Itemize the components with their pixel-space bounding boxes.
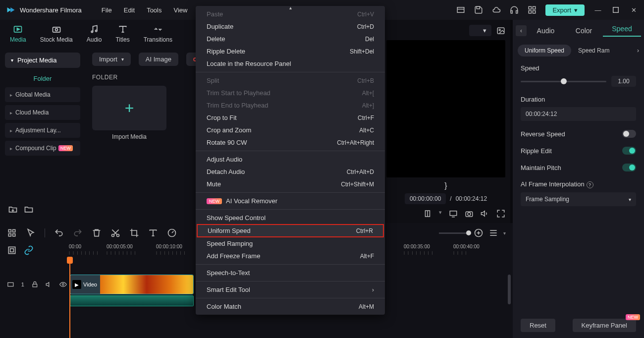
subtab-uniform-speed[interactable]: Uniform Speed [518, 45, 571, 56]
project-media-button[interactable]: ▾ Project Media [5, 53, 80, 68]
ctx-color-match[interactable]: Color MatchAlt+M [196, 300, 385, 313]
speed-value[interactable]: 1.00 [611, 76, 636, 87]
reset-button[interactable]: Reset [521, 319, 555, 332]
panel-tab-color[interactable]: Color [565, 27, 603, 35]
close-icon[interactable]: ✕ [629, 5, 638, 14]
headphones-icon[interactable] [510, 5, 519, 14]
ctx-crop-fit[interactable]: Crop to FitCtrl+F [196, 112, 385, 124]
text-icon[interactable] [148, 228, 158, 238]
sidebar-item-global-media[interactable]: ▸Global Media [5, 87, 80, 102]
track-view-icon[interactable] [488, 228, 498, 238]
import-media-thumb[interactable]: + Import Media [92, 86, 166, 140]
slider-thumb[interactable] [466, 230, 471, 235]
grid-icon[interactable] [528, 5, 537, 14]
menu-view[interactable]: View [173, 6, 187, 14]
ctx-delete[interactable]: DeleteDel [196, 33, 385, 45]
display-icon[interactable] [449, 209, 458, 218]
marker-icon[interactable] [423, 209, 432, 218]
ctx-vocal-remover[interactable]: NEWAI Vocal Remover [196, 195, 385, 207]
ctx-speed-ramping[interactable]: Speed Ramping [196, 237, 385, 250]
menu-tools[interactable]: Tools [147, 6, 161, 14]
link-icon[interactable] [24, 245, 34, 255]
volume-icon[interactable] [481, 209, 489, 218]
tab-titles[interactable]: Titles [115, 24, 129, 43]
audio-clip[interactable] [70, 295, 194, 306]
panel-tab-audio[interactable]: Audio [527, 27, 565, 35]
chevron-down-icon[interactable]: ▾ [439, 209, 442, 218]
timeline-settings-icon[interactable] [7, 245, 17, 255]
tab-transitions[interactable]: Transitions [144, 24, 172, 43]
video-clip[interactable]: ▶ Video [70, 275, 194, 294]
sidebar-item-cloud-media[interactable]: ▸Cloud Media [5, 105, 80, 120]
zoom-in-icon[interactable] [474, 228, 483, 238]
ctx-show-speed[interactable]: Show Speed Control [196, 212, 385, 224]
sidebar-item-adjustment-layer[interactable]: ▸Adjustment Lay... [5, 123, 80, 138]
panel-back-icon[interactable]: ‹ [516, 25, 527, 36]
save-icon[interactable] [474, 5, 483, 14]
ctx-smart-edit[interactable]: Smart Edit Tool [196, 283, 385, 296]
fullscreen-icon[interactable] [496, 209, 505, 218]
magnet-icon[interactable] [7, 228, 17, 238]
ctx-duplicate[interactable]: DuplicateCtrl+D [196, 20, 385, 33]
ctx-crop-zoom[interactable]: Crop and ZoomAlt+C [196, 124, 385, 136]
snapshot-icon[interactable] [465, 209, 474, 218]
layout-icon[interactable] [456, 5, 465, 14]
import-button[interactable]: Import▾ [92, 53, 131, 66]
mute-track-icon[interactable] [46, 280, 53, 289]
menu-edit[interactable]: Edit [124, 6, 135, 14]
duration-input[interactable]: 00:00:24:12 [521, 107, 636, 121]
maximize-icon[interactable] [611, 5, 620, 14]
ai-image-button[interactable]: AI Image [139, 53, 178, 66]
reverse-speed-toggle[interactable] [622, 130, 636, 138]
redo-icon[interactable] [73, 228, 83, 238]
ctx-mute[interactable]: MuteCtrl+Shift+M [196, 178, 385, 190]
speed-slider[interactable] [521, 81, 606, 82]
keyframe-panel-button[interactable]: Keyframe PanelNEW [573, 319, 637, 332]
preview-dropdown[interactable]: ▾ [469, 25, 491, 36]
speed-icon[interactable] [167, 228, 177, 238]
panel-tab-speed[interactable]: Speed [603, 25, 641, 37]
tab-audio[interactable]: Audio [87, 24, 102, 43]
info-icon[interactable]: ? [587, 181, 593, 188]
export-button[interactable]: Export ▾ [545, 4, 585, 16]
new-folder-icon[interactable] [8, 204, 18, 214]
subtab-speed-ramping[interactable]: Speed Ram [578, 47, 609, 54]
curly-icon[interactable]: } [444, 181, 447, 190]
pointer-icon[interactable] [26, 228, 36, 238]
preview-canvas[interactable] [386, 40, 505, 177]
playhead[interactable] [69, 258, 70, 338]
lock-icon[interactable] [31, 280, 39, 289]
minimize-icon[interactable]: — [593, 5, 602, 14]
ctx-freeze-frame[interactable]: Add Freeze FrameAlt+F [196, 250, 385, 262]
chevron-down-icon[interactable]: ▾ [503, 230, 506, 236]
ctx-locate[interactable]: Locate in the Resource Panel [196, 57, 385, 70]
ctx-adjust-audio[interactable]: Adjust Audio [196, 153, 385, 166]
preview-pane: ▾ } 00:00:00:00 / 00:00:24:12 ▾ [381, 20, 510, 223]
chevron-right-icon[interactable]: › [637, 47, 639, 54]
ripple-edit-toggle[interactable] [622, 147, 636, 155]
cloud-icon[interactable] [492, 5, 501, 14]
sidebar-item-compound-clip[interactable]: ▸Compound ClipNEW [5, 141, 80, 156]
undo-icon[interactable] [54, 228, 64, 238]
crop-icon[interactable] [129, 228, 139, 238]
interpolation-select[interactable]: Frame Sampling▾ [521, 192, 636, 206]
ctx-detach-audio[interactable]: Detach AudioCtrl+Alt+D [196, 166, 385, 178]
maintain-pitch-toggle[interactable] [622, 164, 636, 171]
folder-icon[interactable] [24, 204, 34, 214]
ctx-rotate[interactable]: Rotate 90 CWCtrl+Alt+Right [196, 136, 385, 149]
ctx-ripple-delete[interactable]: Ripple DeleteShift+Del [196, 45, 385, 57]
cut-icon[interactable] [110, 228, 120, 238]
ctx-speech-to-text[interactable]: Speech-to-Text [196, 267, 385, 279]
menu-file[interactable]: File [102, 6, 112, 14]
timeline-scrollbar[interactable] [508, 275, 511, 304]
zoom-slider[interactable] [439, 232, 469, 234]
slider-thumb[interactable] [561, 78, 567, 84]
video-track-icon[interactable] [7, 280, 14, 289]
eye-icon[interactable] [59, 280, 67, 289]
picture-icon[interactable] [496, 26, 505, 35]
tab-stock-media[interactable]: Stock Media [40, 24, 73, 43]
tab-media[interactable]: Media [10, 24, 26, 43]
ctx-uniform-speed[interactable]: Uniform SpeedCtrl+R [197, 224, 384, 237]
trash-icon[interactable] [92, 228, 102, 238]
timecode-current[interactable]: 00:00:00:00 [405, 193, 446, 204]
